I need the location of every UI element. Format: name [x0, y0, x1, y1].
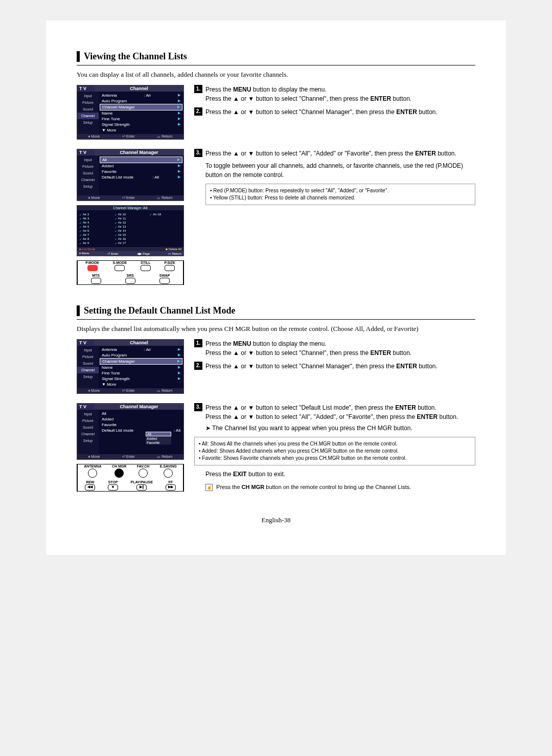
arrow-icon: ▶: [177, 105, 180, 109]
step-2-text: Press the ▲ or ▼ button to select "Chann…: [205, 107, 475, 117]
tv-menu-channel-manager: T V Channel Manager Input Picture Sound …: [77, 149, 184, 201]
menu-finetune: Fine Tune: [102, 117, 120, 121]
section-title: Setting the Default Channel List Mode: [77, 305, 475, 316]
footer-enter: Enter: [126, 196, 135, 199]
footer-move: Move: [91, 196, 100, 199]
section-title: Viewing the Channel Lists: [77, 51, 475, 62]
grid-title: Channel Manager /All: [77, 206, 183, 210]
side-setup: Setup: [77, 183, 99, 190]
check-icon: ✓: [79, 213, 82, 216]
step-number-2: 2.: [194, 107, 202, 116]
step-number-1: 1.: [194, 339, 202, 347]
remote-esaving: E.SAVING: [160, 464, 177, 478]
grid-col-2: ✓Air 10 ✓Air 11 ✓Air 12 ✓Air 13 ✓Air 14 …: [114, 212, 147, 245]
tv-menu-channel: T V Channel Input Picture Sound Channel …: [77, 339, 184, 394]
dropdown-favorite: Favorite: [146, 440, 171, 444]
remote-swap: SWAP: [159, 274, 170, 284]
side-picture: Picture: [77, 163, 99, 170]
tv-menu-sidebar: Input Picture Sound Channel Setup: [77, 92, 99, 134]
menu-all: All: [102, 158, 107, 162]
step-number-3: 3.: [194, 403, 202, 411]
section-viewing-channel-lists: Viewing the Channel Lists You can displa…: [77, 51, 475, 285]
arrow-icon: ▶: [178, 175, 180, 180]
channel-list-grid: Channel Manager /All ✓Air 2 ✓Air 3 ✓Air …: [77, 205, 184, 256]
manual-page: Viewing the Channel Lists You can displa…: [46, 20, 506, 555]
step-number-1: 1.: [194, 85, 202, 93]
dropdown-all: All: [146, 432, 171, 436]
page-number: English-38: [77, 516, 475, 524]
side-sound: Sound: [77, 106, 99, 113]
arrow-icon: ▶: [177, 158, 180, 162]
remote-favch: FAV.CH: [137, 464, 150, 478]
menu-default-list: Default List mode: [102, 175, 133, 180]
side-setup: Setup: [77, 119, 99, 126]
remote-rew: REW◀◀: [85, 480, 95, 491]
tv-menu-channel: T V Channel Input Picture Sound Channel …: [77, 85, 184, 140]
arrow-icon: ▶: [178, 93, 180, 98]
grid-listmode: List Mode: [82, 248, 95, 251]
sub-bullets-box: • All: Shows All the channels when you p…: [194, 437, 475, 465]
arrow-icon: ▶: [178, 99, 180, 103]
menu-autoprogram: Auto Program: [102, 99, 127, 103]
menu-channel-manager: Channel Manager: [102, 105, 135, 109]
remote-play: PLAY/PAUSE▶∥: [130, 480, 153, 491]
remote-control-1: P.MODE S.MODE STILL P.SIZE MTS SRS SWAP: [77, 260, 184, 285]
channel-list-note: ➤ The Channel list you want to appear wh…: [205, 424, 475, 433]
remote-icon: ☝: [205, 484, 213, 491]
side-channel: Channel: [77, 176, 99, 183]
menu-antenna: Antenna: [102, 93, 117, 98]
tv-label: T V: [77, 149, 95, 155]
remote-antenna: ANTENNA: [84, 464, 101, 478]
tv-menu-title: Channel Manager: [95, 149, 183, 155]
footer-enter: Enter: [126, 135, 135, 138]
title-rule: [77, 319, 475, 320]
remote-pmode: P.MODE: [85, 261, 99, 272]
menu-name: Name: [102, 111, 112, 116]
title-rule: [77, 65, 475, 65]
menu-added: Added: [102, 164, 113, 168]
remote-still: STILL: [141, 261, 151, 272]
side-picture: Picture: [77, 99, 99, 106]
menu-antenna-val: : Air: [144, 93, 151, 98]
arrow-icon: ▶: [178, 111, 180, 116]
remote-srs: SRS: [125, 274, 135, 284]
side-input: Input: [77, 93, 99, 99]
arrow-icon: ▶: [178, 122, 180, 127]
step-number-3: 3.: [194, 149, 202, 157]
note-yellow-still: • Yellow (STILL) button: Press to delete…: [210, 194, 471, 202]
tv-menu-title: Channel: [95, 85, 183, 92]
tv-label: T V: [77, 85, 95, 92]
bullet-added: • Added: Shows Added channels when you p…: [199, 448, 471, 455]
exit-instruction: Press the EXIT button to exit.: [205, 470, 475, 479]
note-red-pmode: • Red (P.MODE) button: Press repeatedly …: [210, 187, 471, 194]
menu-default-val: : All: [152, 175, 159, 180]
tv-menu-channel-manager-dropdown: T V Channel Manager Input Picture Sound …: [77, 403, 184, 460]
step-3-text: Press the ▲ or ▼ button to select "All",…: [205, 149, 475, 180]
dropdown-added: Added: [146, 436, 171, 440]
menu-favorite: Favorite: [102, 169, 117, 174]
side-input: Input: [77, 157, 99, 163]
footer-return: Return: [162, 196, 172, 199]
remote-ff: FF▶▶: [166, 480, 176, 491]
remote-chmgr: CH MGR: [112, 464, 126, 478]
grid-col-1: ✓Air 2 ✓Air 3 ✓Air 4 ✓Air 5 ✓Air 6 ✓Air …: [79, 212, 111, 245]
footer-return: Return: [162, 135, 172, 138]
remote-mts: MTS: [91, 274, 101, 284]
side-sound: Sound: [77, 170, 99, 176]
section-default-channel-list-mode: Setting the Default Channel List Mode Di…: [77, 305, 475, 496]
arrow-icon: ▶: [178, 169, 180, 174]
bullet-all: • All: Shows All the channels when you p…: [199, 440, 471, 448]
grid-col-3: ✓Air 18: [149, 212, 181, 245]
arrow-icon: ▶: [178, 164, 180, 168]
remote-stop: STOP■: [108, 480, 118, 491]
arrow-icon: ▶: [178, 117, 180, 121]
chmgr-note: ☝ Press the CH MGR button on the remote …: [205, 483, 475, 492]
bullet-favorite: • Favorite: Shows Favorite channels when…: [199, 455, 471, 462]
grid-deleteall: Delete All: [169, 248, 181, 251]
step-number-2: 2.: [194, 362, 202, 370]
section-intro: Displays the channel list automatically …: [77, 325, 475, 333]
remote-smode: S.MODE: [113, 261, 127, 272]
step-1-text: Press the MENU button to display the men…: [205, 85, 475, 103]
remote-control-2: ANTENNA CH MGR FAV.CH E.SAVING REW◀◀ STO…: [77, 464, 184, 492]
note-box-1: • Red (P.MODE) button: Press repeatedly …: [205, 184, 475, 205]
